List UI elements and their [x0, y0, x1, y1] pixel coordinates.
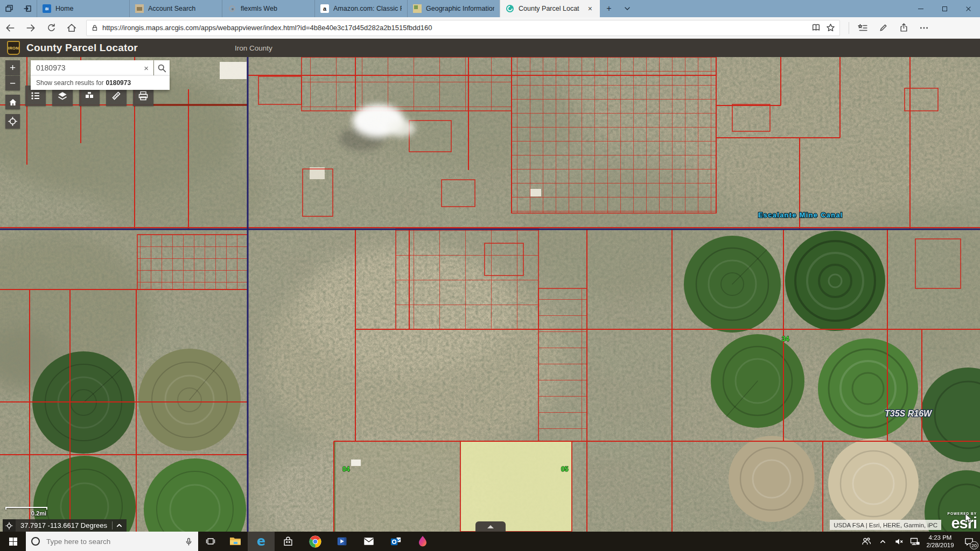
coordinate-widget: 37.7917 -113.6617 Degrees — [3, 519, 127, 532]
notification-badge: 20 — [970, 541, 978, 549]
tab-account-search[interactable]: Account Search — [129, 0, 222, 17]
home-favicon: 8i — [43, 4, 51, 13]
hub-icon[interactable] — [852, 19, 873, 37]
outlook-taskbar-button[interactable] — [382, 532, 409, 551]
store-icon — [282, 535, 294, 547]
tab-preview-icon[interactable] — [0, 0, 18, 17]
url-text: https://irongis.maps.arcgis.com/apps/web… — [102, 24, 806, 32]
coordinate-expand-icon[interactable] — [113, 519, 127, 532]
app-title: County Parcel Locator — [26, 42, 138, 54]
legend-icon — [30, 90, 41, 101]
edge-icon: e — [257, 535, 265, 548]
tab-flexmls[interactable]: flexmls Web — [222, 0, 314, 17]
home-icon[interactable] — [61, 19, 82, 37]
browser-action-icons — [845, 19, 934, 37]
forward-icon[interactable] — [20, 19, 41, 37]
file-explorer-icon — [229, 535, 242, 548]
close-button[interactable] — [956, 0, 980, 17]
search-button[interactable] — [154, 60, 170, 75]
volume-muted-icon — [894, 537, 904, 546]
file-explorer-button[interactable] — [223, 532, 248, 551]
app-subtitle: Iron County — [235, 44, 272, 52]
start-button[interactable] — [0, 532, 26, 551]
network-icon — [910, 536, 920, 546]
people-icon — [862, 536, 871, 546]
window-controls — [909, 0, 980, 17]
chevron-up-icon — [487, 525, 494, 528]
taskbar-search[interactable] — [26, 532, 198, 551]
account-search-favicon — [135, 4, 144, 13]
network-button[interactable] — [907, 532, 923, 551]
arcgis-favicon — [506, 4, 514, 13]
volume-button[interactable] — [891, 532, 907, 551]
more-options-icon[interactable] — [914, 19, 934, 37]
refresh-icon[interactable] — [41, 19, 61, 37]
tab-list-dropdown-icon[interactable] — [618, 0, 636, 17]
store-taskbar-button[interactable] — [275, 532, 302, 551]
task-view-button[interactable] — [198, 532, 223, 551]
canal-label: Escalante Mine Canal — [758, 211, 843, 219]
chrome-taskbar-button[interactable] — [302, 532, 328, 551]
browser-tab-bar: 8i Home Account Search flexmls Web a Ama… — [0, 0, 980, 17]
desktop: 8i Home Account Search flexmls Web a Ama… — [0, 0, 980, 551]
clock-time: 4:23 PM — [924, 534, 956, 541]
tab-amazon[interactable]: a Amazon.com: Classic Flame — [314, 0, 407, 17]
edge-taskbar-button[interactable]: e — [248, 532, 275, 551]
action-center-button[interactable]: 20 — [957, 532, 980, 551]
taskbar-clock[interactable]: 4:23 PM 2/28/2019 — [923, 534, 957, 549]
suggestion-text: Show search results for — [36, 79, 103, 87]
map-canvas[interactable]: Escalante Mine Canal T35S R16W 34 04 05 — [0, 57, 980, 532]
crosshair-icon[interactable] — [3, 519, 16, 532]
share-icon[interactable] — [893, 19, 914, 37]
back-icon[interactable] — [0, 19, 20, 37]
tab-label: Home — [55, 5, 124, 12]
tab-close-icon[interactable]: × — [586, 4, 594, 13]
chevron-up-icon — [879, 538, 886, 545]
paint3d-taskbar-button[interactable] — [409, 532, 436, 551]
tab-home[interactable]: 8i Home — [37, 0, 129, 17]
section-number: 34 — [782, 335, 789, 343]
iron-county-logo: IRON — [7, 41, 20, 55]
new-tab-button[interactable]: + — [600, 0, 618, 17]
windows-taskbar: e — [0, 532, 980, 551]
app-header: IRON County Parcel Locator Iron County — [0, 39, 980, 57]
microphone-icon[interactable] — [185, 538, 193, 546]
minimize-button[interactable] — [909, 0, 933, 17]
annotate-pen-icon[interactable] — [873, 19, 893, 37]
chrome-icon — [309, 535, 321, 548]
movies-tv-taskbar-button[interactable] — [328, 532, 355, 551]
flexmls-favicon — [228, 4, 236, 13]
measure-icon — [111, 90, 122, 101]
coordinates-readout: 37.7917 -113.6617 Degrees — [16, 521, 112, 529]
tab-county-parcel-locator[interactable]: County Parcel Locator × — [500, 0, 600, 17]
map-attribution: USDA FSA | Esri, HERE, Garmin, iPC — [830, 520, 941, 530]
clock-date: 2/28/2019 — [924, 541, 956, 549]
zoom-out-button[interactable]: − — [5, 76, 20, 90]
address-bar[interactable]: https://irongis.maps.arcgis.com/apps/web… — [86, 20, 840, 36]
parcel-search-box: × — [31, 60, 153, 75]
tab-label: flexmls Web — [241, 5, 309, 12]
clear-search-icon[interactable]: × — [139, 63, 153, 73]
home-extent-button[interactable] — [5, 95, 20, 109]
hidden-icons-button[interactable] — [874, 532, 891, 551]
search-input[interactable] — [31, 63, 139, 72]
people-button[interactable] — [858, 532, 874, 551]
tab-gis[interactable]: Geographic Information Sys — [407, 0, 500, 17]
reading-view-icon[interactable] — [811, 23, 821, 32]
maximize-button[interactable] — [933, 0, 956, 17]
my-location-button[interactable] — [5, 114, 20, 129]
gis-favicon — [413, 4, 422, 13]
set-tabs-aside-icon[interactable] — [18, 0, 37, 17]
favorite-star-icon[interactable] — [826, 23, 835, 32]
locate-icon — [8, 117, 17, 126]
taskbar-search-input[interactable] — [45, 537, 179, 546]
search-suggestion[interactable]: Show search results for 0180973 — [31, 75, 170, 90]
system-tray: 4:23 PM 2/28/2019 20 — [858, 532, 980, 551]
township-label: T35S R16W — [885, 409, 933, 418]
section-number: 04 — [342, 465, 350, 473]
suggestion-term: 0180973 — [106, 79, 131, 87]
search-icon — [157, 63, 166, 73]
mail-taskbar-button[interactable] — [355, 532, 382, 551]
attribute-table-toggle[interactable] — [475, 521, 506, 532]
zoom-in-button[interactable]: + — [5, 60, 20, 75]
